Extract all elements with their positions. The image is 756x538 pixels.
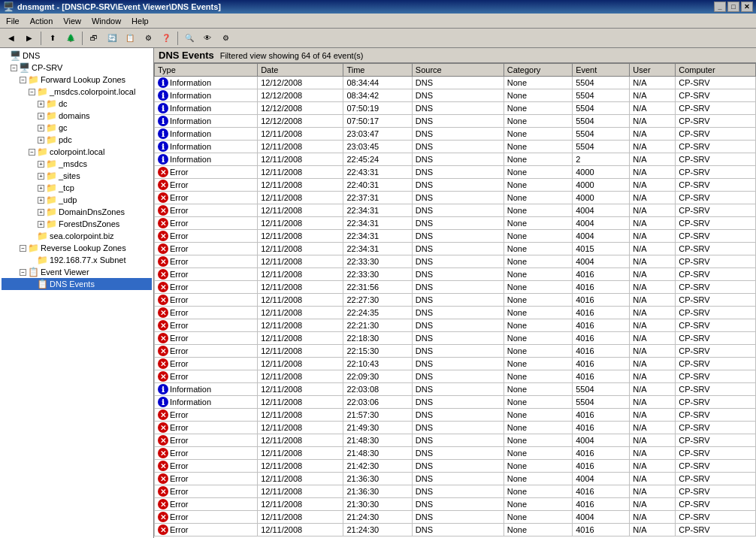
table-row[interactable]: ℹInformation12/11/200822:03:06DNSNone550… xyxy=(155,396,756,409)
tree-panel[interactable]: 🖥️DNS−🖥️CP-SRV−📁Forward Lookup Zones−📁_m… xyxy=(0,48,154,538)
tree-node-subnet[interactable]: 📁192.168.77.x Subnet xyxy=(2,254,152,266)
table-row[interactable]: ✕Error12/11/200822:40:31DNSNone4000N/ACP… xyxy=(155,179,756,192)
table-row[interactable]: ✕Error12/11/200822:34:31DNSNone4015N/ACP… xyxy=(155,243,756,255)
tree-node-event-viewer[interactable]: −📋Event Viewer xyxy=(2,266,152,278)
table-row[interactable]: ✕Error12/11/200822:15:30DNSNone4016N/ACP… xyxy=(155,345,756,358)
close-button[interactable]: ✕ xyxy=(741,2,753,12)
tree-expander-reverse-lookup[interactable]: − xyxy=(20,245,26,252)
tree-node-dc[interactable]: +📁dc xyxy=(2,98,152,110)
tree-expander-colorpoint-local[interactable]: − xyxy=(29,149,35,156)
tree-expander-sites[interactable]: + xyxy=(38,173,44,180)
table-row[interactable]: ✕Error12/11/200822:10:43DNSNone4016N/ACP… xyxy=(155,358,756,370)
menu-view[interactable]: View xyxy=(59,15,86,27)
tree-node-gc[interactable]: +📁gc xyxy=(2,122,152,134)
tree-node-domains[interactable]: +📁domains xyxy=(2,110,152,122)
view-button[interactable]: 👁 xyxy=(199,31,216,46)
tree-expander-gc[interactable]: + xyxy=(38,125,44,131)
table-row[interactable]: ✕Error12/11/200822:37:31DNSNone4000N/ACP… xyxy=(155,192,756,204)
events-table-container[interactable]: TypeDateTimeSourceCategoryEventUserCompu… xyxy=(154,63,756,538)
table-row[interactable]: ✕Error12/11/200821:24:30DNSNone4016N/ACP… xyxy=(155,524,756,536)
tree-expander-udp[interactable]: + xyxy=(38,197,44,204)
tree-expander-msdcs[interactable]: − xyxy=(29,89,35,95)
table-row[interactable]: ✕Error12/11/200821:49:30DNSNone4016N/ACP… xyxy=(155,422,756,434)
tree-node-sea[interactable]: 📁sea.colorpoint.biz xyxy=(2,230,152,242)
tree-node-domaindnszones[interactable]: +📁DomainDnsZones xyxy=(2,206,152,218)
tree-node-tcp[interactable]: +📁_tcp xyxy=(2,182,152,194)
menu-file[interactable]: File xyxy=(2,15,24,27)
table-row[interactable]: ✕Error12/11/200822:34:31DNSNone4004N/ACP… xyxy=(155,230,756,243)
table-row[interactable]: ✕Error12/11/200822:27:30DNSNone4016N/ACP… xyxy=(155,294,756,307)
table-row[interactable]: ℹInformation12/12/200807:50:19DNSNone550… xyxy=(155,102,756,115)
table-row[interactable]: ℹInformation12/11/200823:03:45DNSNone550… xyxy=(155,141,756,153)
table-row[interactable]: ℹInformation12/11/200822:45:24DNSNone2N/… xyxy=(155,153,756,166)
table-row[interactable]: ✕Error12/11/200822:43:31DNSNone4000N/ACP… xyxy=(155,166,756,179)
tree-node-cp-srv[interactable]: −🖥️CP-SRV xyxy=(2,62,152,74)
table-row[interactable]: ✕Error12/11/200821:57:30DNSNone4016N/ACP… xyxy=(155,409,756,422)
minimize-button[interactable]: _ xyxy=(714,2,726,12)
table-row[interactable]: ✕Error12/11/200821:48:30DNSNone4016N/ACP… xyxy=(155,447,756,460)
new-window-button[interactable]: 🗗 xyxy=(86,31,102,46)
col-header-event[interactable]: Event xyxy=(573,64,630,77)
properties-button[interactable]: ⚙ xyxy=(140,31,156,46)
window-controls[interactable]: _ □ ✕ xyxy=(714,2,753,12)
col-header-computer[interactable]: Computer xyxy=(676,64,756,77)
col-header-date[interactable]: Date xyxy=(258,64,343,77)
settings-button[interactable]: ⚙ xyxy=(217,31,234,46)
tree-node-msdcs[interactable]: −📁_msdcs.colorpoint.local xyxy=(2,86,152,98)
tree-node-msdcs2[interactable]: +📁_msdcs xyxy=(2,158,152,170)
tree-expander-pdc[interactable]: + xyxy=(38,137,44,144)
menu-action[interactable]: Action xyxy=(26,15,58,27)
tree-expander-domains[interactable]: + xyxy=(38,113,44,119)
table-row[interactable]: ✕Error12/11/200822:18:30DNSNone4016N/ACP… xyxy=(155,332,756,345)
table-row[interactable]: ✕Error12/11/200821:36:30DNSNone4016N/ACP… xyxy=(155,485,756,498)
show-hide-tree[interactable]: 🌲 xyxy=(62,31,79,46)
col-header-user[interactable]: User xyxy=(630,64,676,77)
table-row[interactable]: ✕Error12/11/200821:36:30DNSNone4004N/ACP… xyxy=(155,473,756,485)
table-row[interactable]: ✕Error12/11/200821:48:30DNSNone4004N/ACP… xyxy=(155,434,756,447)
help-button[interactable]: ❓ xyxy=(158,31,174,46)
menu-help[interactable]: Help xyxy=(127,15,153,27)
col-header-time[interactable]: Time xyxy=(343,64,412,77)
tree-expander-tcp[interactable]: + xyxy=(38,185,44,192)
table-row[interactable]: ℹInformation12/12/200807:50:17DNSNone550… xyxy=(155,115,756,128)
back-button[interactable]: ◀ xyxy=(3,31,20,46)
tree-expander-event-viewer[interactable]: − xyxy=(20,269,26,276)
export-button[interactable]: 📋 xyxy=(122,31,138,46)
tree-node-pdc[interactable]: +📁pdc xyxy=(2,134,152,146)
col-header-category[interactable]: Category xyxy=(503,64,572,77)
forward-button[interactable]: ▶ xyxy=(21,31,38,46)
col-header-source[interactable]: Source xyxy=(412,64,503,77)
tree-expander-domaindnszones[interactable]: + xyxy=(38,209,44,216)
tree-node-colorpoint-local[interactable]: −📁colorpoint.local xyxy=(2,146,152,158)
tree-node-forestdnszones[interactable]: +📁ForestDnsZones xyxy=(2,218,152,230)
tree-expander-msdcs2[interactable]: + xyxy=(38,161,44,168)
tree-expander-cp-srv[interactable]: − xyxy=(11,65,17,71)
table-row[interactable]: ℹInformation12/12/200808:34:44DNSNone550… xyxy=(155,77,756,89)
table-row[interactable]: ✕Error12/11/200821:42:30DNSNone4016N/ACP… xyxy=(155,460,756,473)
table-row[interactable]: ✕Error12/11/200822:34:31DNSNone4004N/ACP… xyxy=(155,204,756,217)
table-row[interactable]: ✕Error12/11/200822:33:30DNSNone4004N/ACP… xyxy=(155,255,756,268)
table-row[interactable]: ✕Error12/11/200822:09:30DNSNone4016N/ACP… xyxy=(155,370,756,383)
menu-window[interactable]: Window xyxy=(87,15,125,27)
table-row[interactable]: ✕Error12/11/200822:34:31DNSNone4004N/ACP… xyxy=(155,217,756,230)
tree-expander-dc[interactable]: + xyxy=(38,101,44,107)
refresh-button[interactable]: 🔄 xyxy=(104,31,120,46)
table-row[interactable]: ✕Error12/11/200822:24:35DNSNone4016N/ACP… xyxy=(155,307,756,319)
restore-button[interactable]: □ xyxy=(727,2,739,12)
table-row[interactable]: ✕Error12/11/200822:31:56DNSNone4016N/ACP… xyxy=(155,281,756,294)
tree-node-forward-lookup[interactable]: −📁Forward Lookup Zones xyxy=(2,74,152,86)
tree-node-reverse-lookup[interactable]: −📁Reverse Lookup Zones xyxy=(2,242,152,254)
table-row[interactable]: ℹInformation12/11/200823:03:47DNSNone550… xyxy=(155,128,756,141)
table-row[interactable]: ℹInformation12/12/200808:34:42DNSNone550… xyxy=(155,89,756,102)
table-row[interactable]: ✕Error12/11/200822:21:30DNSNone4016N/ACP… xyxy=(155,319,756,332)
col-header-type[interactable]: Type xyxy=(155,64,258,77)
tree-node-dns-root[interactable]: 🖥️DNS xyxy=(2,50,152,62)
table-row[interactable]: ✕Error12/11/200821:30:30DNSNone4016N/ACP… xyxy=(155,498,756,511)
filter-button[interactable]: 🔍 xyxy=(181,31,198,46)
up-button[interactable]: ⬆ xyxy=(44,31,61,46)
tree-node-sites[interactable]: +📁_sites xyxy=(2,170,152,182)
table-row[interactable]: ✕Error12/11/200822:33:30DNSNone4016N/ACP… xyxy=(155,268,756,281)
tree-node-dns-events[interactable]: 📋DNS Events xyxy=(2,278,152,290)
table-row[interactable]: ✕Error12/11/200821:24:30DNSNone4004N/ACP… xyxy=(155,511,756,524)
tree-expander-forward-lookup[interactable]: − xyxy=(20,77,26,83)
